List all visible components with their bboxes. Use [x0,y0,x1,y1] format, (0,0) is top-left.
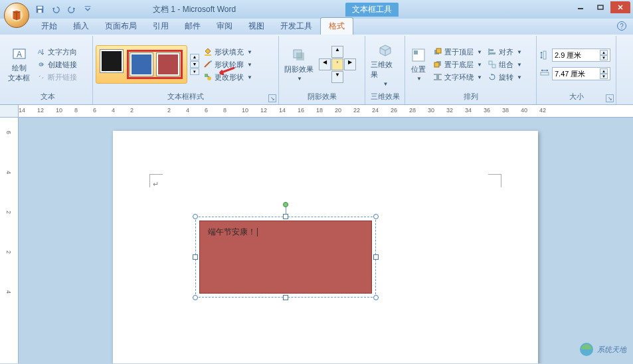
tab-insert[interactable]: 插入 [65,18,97,35]
svg-rect-28 [492,64,496,68]
resize-handle-w[interactable] [193,254,198,260]
group-styles-label: 文本框样式 [96,92,276,103]
resize-handle-n[interactable] [283,214,288,219]
resize-handle-se[interactable] [373,295,379,300]
tab-format[interactable]: 格式 [320,17,353,35]
style-swatch-black[interactable] [100,50,123,72]
svg-rect-2 [38,7,43,9]
horizontal-ruler[interactable]: 1412108642246810121416182022242628303234… [19,105,633,117]
svg-rect-10 [205,54,211,56]
tab-home[interactable]: 开始 [33,18,65,35]
vertical-ruler[interactable]: 64224 [0,118,19,363]
group-button[interactable]: 组合▼ [486,59,523,70]
watermark: 系统天地 [579,341,626,357]
svg-text:A: A [38,48,42,55]
height-icon [539,50,550,60]
svg-rect-21 [436,75,439,79]
width-spinner[interactable]: ▲▼ [552,67,610,80]
group-shadow-label: 阴影效果 [282,92,362,103]
qat-customize-icon[interactable] [81,3,94,16]
svg-rect-18 [436,48,441,53]
svg-rect-11 [205,74,208,77]
text-direction-button[interactable]: A文字方向 [35,46,78,58]
tab-references[interactable]: 引用 [145,18,177,35]
resize-handle-nw[interactable] [193,214,198,219]
svg-rect-6 [598,5,603,9]
draw-textbox-button[interactable]: A 绘制 文本框 [5,45,33,84]
svg-text:A: A [16,50,21,59]
qat-undo-icon[interactable] [49,3,62,16]
group-size-label: 大小 [539,92,613,103]
text-wrap-button[interactable]: 文字环绕▼ [432,72,484,83]
group-arrange-label: 排列 [408,92,533,103]
break-link-button: 断开链接 [35,72,78,83]
group-text-label: 文本 [5,92,90,103]
svg-rect-16 [414,50,418,54]
close-button[interactable] [610,1,630,13]
margin-corner-icon [149,174,163,187]
svg-rect-26 [490,52,496,54]
contextual-tab-label: 文本框工具 [345,3,399,17]
tab-page-layout[interactable]: 页面布局 [97,18,145,35]
position-button[interactable]: 位置▼ [408,46,429,83]
shape-fill-button[interactable]: 形状填充▼ [202,46,254,58]
create-link-button[interactable]: 创建链接 [35,59,78,70]
tab-review[interactable]: 审阅 [209,18,240,35]
svg-rect-3 [38,10,41,13]
resize-handle-sw[interactable] [193,295,198,300]
window-title: 文档 1 - Microsoft Word [153,4,236,15]
page: ↵ 端午节安康！ [113,131,538,363]
svg-rect-29 [543,51,546,59]
resize-handle-e[interactable] [373,254,379,260]
svg-rect-14 [296,52,304,60]
margin-corner-icon [488,174,501,187]
threed-effects-button[interactable]: 三维效果▼ [368,41,402,88]
tab-view[interactable]: 视图 [240,18,272,35]
svg-rect-27 [489,61,492,64]
style-swatch-red[interactable] [157,53,179,76]
align-button[interactable]: 对齐▼ [486,46,523,58]
group-threed-label: 三维效果 [368,92,402,103]
svg-rect-20 [434,62,439,67]
rotate-handle[interactable] [283,202,288,207]
size-dialog-launcher[interactable]: ↘ [606,94,614,102]
qat-save-icon[interactable] [33,3,46,16]
svg-rect-25 [490,49,494,51]
maximize-button[interactable] [590,1,610,13]
textbox-style-gallery[interactable] [96,45,187,84]
shadow-nudge-down[interactable]: ▼ [331,71,343,83]
send-back-button[interactable]: 置于底层▼ [432,59,484,70]
ruler-corner[interactable] [0,105,19,117]
annotation-highlight [127,50,183,79]
shadow-nudge-up[interactable]: ▲ [331,46,343,58]
ribbon-tabs: 开始 插入 页面布局 引用 邮件 审阅 视图 开发工具 格式 ? [0,19,633,35]
gallery-scroll[interactable]: ▲▼▾ [190,54,199,75]
help-icon[interactable]: ? [617,21,626,31]
annotation-arrow-icon [216,65,236,81]
width-icon [539,68,550,79]
bring-front-button[interactable]: 置于顶层▼ [432,46,484,58]
minimize-button[interactable] [571,1,590,13]
resize-handle-ne[interactable] [373,214,379,219]
height-spinner[interactable]: ▲▼ [552,48,610,62]
office-button[interactable] [4,3,29,28]
rotate-button[interactable]: 旋转▼ [486,72,523,83]
tab-mailings[interactable]: 邮件 [177,18,209,35]
qat-redo-icon[interactable] [65,3,78,16]
shadow-nudge-left[interactable]: ◀ [319,58,331,70]
shadow-effects-button[interactable]: 阴影效果▼ [282,46,316,83]
document-area[interactable]: ↵ 端午节安康！ [19,118,633,363]
style-swatch-blue[interactable] [130,53,153,76]
svg-rect-30 [541,72,549,75]
shadow-toggle[interactable]: ▫ [331,58,343,70]
shadow-nudge-right[interactable]: ▶ [344,58,356,70]
tab-developer[interactable]: 开发工具 [272,18,320,35]
selected-textbox[interactable]: 端午节安康！ [199,221,372,294]
selection-border [195,217,376,298]
resize-handle-s[interactable] [283,295,288,300]
styles-dialog-launcher[interactable]: ↘ [268,94,276,102]
